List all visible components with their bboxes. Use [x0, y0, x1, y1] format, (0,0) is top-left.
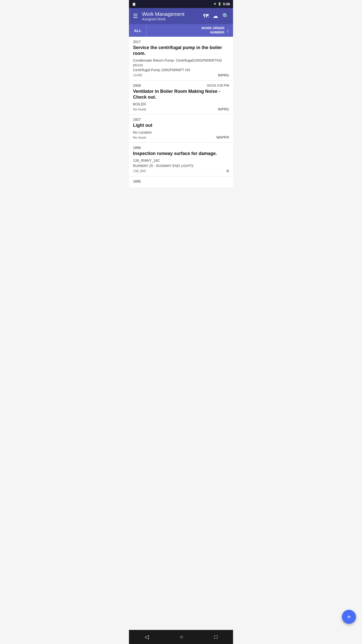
work-item[interactable]: 1927 Light out No Location No Asset WAPP… [129, 114, 233, 143]
search-icon[interactable]: 🔍 [222, 13, 229, 19]
work-item-header: 1927 [133, 117, 229, 122]
work-item-asset-num: No Asset [133, 136, 146, 139]
work-item-code: BR430 [133, 63, 229, 67]
notification-icon: 📋 [132, 2, 136, 6]
map-icon[interactable]: 🗺 [203, 13, 209, 19]
work-item-header: 1895 [133, 179, 229, 183]
work-item-header: 2017 [133, 40, 229, 44]
work-item-title: Service the centrifugal pump in the boil… [133, 45, 229, 57]
work-item-status: WAPPR [216, 135, 229, 139]
work-item-id: 1895 [133, 179, 141, 183]
work-item[interactable]: 1896 Inspection runway surface for damag… [129, 143, 233, 176]
work-item-id: 2009 [133, 84, 141, 88]
work-item-title: Inspection runway surface for damage. [133, 151, 229, 156]
work-item-id: 1927 [133, 117, 141, 122]
work-item-status: INPRG [218, 107, 229, 111]
work-item-asset-name: RUNWAY 25 - RUNWAY END LIGHTS [133, 164, 229, 169]
work-item-status: R [227, 169, 229, 173]
work-item[interactable]: 2009 3/2/16 3:50 PM Ventilator in Boiler… [129, 80, 233, 114]
work-item-header: 2009 3/2/16 3:50 PM [133, 84, 229, 88]
battery-icon: 🔋 [218, 2, 221, 6]
app-header: ☰ Work Management Assigned Work 🗺 ☁ 🔍 [129, 8, 233, 24]
work-item[interactable]: 2017 Service the centrifugal pump in the… [129, 37, 233, 80]
work-items-list: 2017 Service the centrifugal pump in the… [129, 37, 233, 188]
status-bar: 📋 ✈ 🔋 5:06 [129, 0, 233, 8]
work-item-title: Light out [133, 123, 229, 128]
filter-all-button[interactable]: ALL [129, 24, 147, 37]
header-title-section: Work Management Assigned Work [142, 11, 199, 21]
work-item-date: 3/2/16 3:50 PM [207, 84, 229, 87]
work-item-footer: No Asset INPRG [133, 107, 229, 111]
sort-work-order-button[interactable]: WORK ORDERNUMBER ↓ [147, 24, 233, 37]
work-item-description: 139_RNWY_16C [133, 158, 229, 163]
work-item[interactable]: 1895 [129, 176, 233, 188]
work-item-footer: No Asset WAPPR [133, 135, 229, 139]
status-bar-right: ✈ 🔋 5:06 [214, 2, 230, 6]
work-item-asset-num: No Asset [133, 107, 146, 111]
app-title: Work Management [142, 11, 199, 17]
time-display: 5:06 [223, 2, 230, 6]
menu-button[interactable]: ☰ [133, 13, 138, 19]
sort-arrow-icon: ↓ [227, 28, 229, 33]
filter-all-label: ALL [134, 28, 141, 33]
status-bar-left: 📋 [132, 2, 136, 6]
work-item-description: Condensate Return Pump- Centrifugal/100G… [133, 58, 229, 63]
work-item-header: 1896 [133, 146, 229, 150]
work-item-asset-num: 139_003 [133, 169, 146, 173]
work-item-id: 2017 [133, 40, 141, 44]
work-item-footer: 11430 INPRG [133, 73, 229, 77]
work-item-status: INPRG [218, 73, 229, 77]
work-item-asset-name: Centrifugal Pump 100GPM/60FT HD [133, 68, 229, 73]
work-item-title: Ventilator in Boiler Room Making Noise -… [133, 89, 229, 100]
airplane-icon: ✈ [214, 2, 216, 6]
header-actions: 🗺 ☁ 🔍 [203, 13, 229, 19]
work-item-asset-num: 11430 [133, 73, 142, 77]
hamburger-icon: ☰ [133, 13, 138, 19]
work-item-description: No Location [133, 130, 229, 135]
cloud-icon[interactable]: ☁ [213, 13, 218, 19]
work-item-footer: 139_003 R [133, 169, 229, 173]
sort-bar: ALL WORK ORDERNUMBER ↓ [129, 24, 233, 37]
app-subtitle: Assigned Work [142, 17, 199, 21]
work-item-description: BOILER [133, 102, 229, 107]
sort-label: WORK ORDERNUMBER [201, 26, 224, 35]
work-item-id: 1896 [133, 146, 141, 150]
